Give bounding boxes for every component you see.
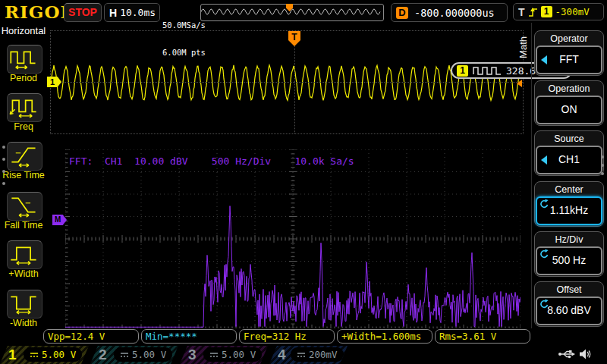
fft-trace <box>65 149 521 328</box>
trigger-label: T <box>518 6 525 18</box>
delay-box[interactable]: D -800.000000us <box>391 3 508 22</box>
sample-rate: 50.0MSa/s <box>162 20 206 30</box>
menu-item-offset[interactable]: Offset 8.60 dBV <box>534 281 604 327</box>
menu-dot <box>601 172 604 175</box>
channel-3-number: 3 <box>188 347 197 363</box>
delay-value: -800.000000us <box>414 7 495 19</box>
page-dot <box>2 170 5 173</box>
trigger-level-arrow[interactable] <box>517 80 522 87</box>
center-horizontal-gridline <box>51 82 523 83</box>
speaker-icon <box>579 348 591 360</box>
page-dot <box>2 182 5 185</box>
fall-time-label: Fall Time <box>0 220 47 231</box>
operator-value[interactable]: FFT <box>536 46 602 74</box>
operation-label: Operation <box>536 82 602 96</box>
freq-label: Freq <box>0 121 47 132</box>
page-dot <box>2 158 5 161</box>
time-domain-panel: T 1 328.601 Hz <box>50 30 524 134</box>
measure-freq: Freq=312 Hz <box>239 329 335 344</box>
channel-1-status[interactable]: 1 5.00 V <box>0 346 89 364</box>
channel-2-scale: 5.00 V <box>132 349 166 360</box>
counter-channel-badge: 1 <box>457 65 468 77</box>
pos-width-button[interactable] <box>7 240 42 269</box>
delay-badge: D <box>396 7 408 19</box>
neg-width-label: -Width <box>0 318 47 328</box>
freq-icon <box>8 94 40 120</box>
channel-2-number: 2 <box>99 347 107 363</box>
offset-value-text: 8.60 dBV <box>547 304 591 316</box>
usb-icon <box>558 349 576 359</box>
fall-time-button[interactable] <box>7 192 42 221</box>
neg-width-button[interactable] <box>7 290 42 318</box>
pos-width-label: +Width <box>0 268 47 279</box>
trigger-edge-icon <box>528 6 538 18</box>
menu-item-source[interactable]: Source CH1 <box>534 130 604 176</box>
measure-pwidth: +Width=1.600ms <box>337 329 432 344</box>
timebase-label: H <box>109 7 117 19</box>
left-arrow-icon <box>541 55 547 64</box>
operator-value-text: FFT <box>559 53 579 65</box>
channel-3-status[interactable]: 3 5.00 V <box>180 346 268 364</box>
oscilloscope-screen: RIGOL STOP H 10.0ms 50.0MSa/s 6.00M pts … <box>0 0 607 364</box>
channel-2-status[interactable]: 2 5.00 V <box>90 346 178 364</box>
trigger-box[interactable]: T 1 -300mV <box>513 3 604 20</box>
period-button[interactable] <box>7 45 42 74</box>
channel-4-number: 4 <box>278 347 286 363</box>
left-menu-title: Horizontal <box>0 25 47 36</box>
pos-width-icon <box>8 241 40 267</box>
channel-4-scale: 200mV <box>309 349 338 360</box>
fall-time-icon <box>8 193 40 218</box>
channel-1-scale: 5.00 V <box>42 349 76 360</box>
measure-min: Min=***** <box>141 329 237 344</box>
page-dot <box>2 146 5 149</box>
hzdiv-label: Hz/Div <box>536 233 602 246</box>
channel-4-status[interactable]: 4 200mV <box>269 346 348 364</box>
center-value-text: 1.11kHz <box>550 204 588 216</box>
run-stop-status[interactable]: STOP <box>64 3 102 22</box>
measure-vpp: Vpp=12.4 V <box>43 329 139 344</box>
period-label: Period <box>0 73 47 83</box>
channel-1-number: 1 <box>8 347 17 363</box>
coupling-icon <box>120 351 129 359</box>
source-label: Source <box>536 132 602 146</box>
coupling-icon <box>209 351 219 359</box>
source-value[interactable]: CH1 <box>536 146 602 174</box>
rotate-knob-icon <box>539 249 549 259</box>
coupling-icon <box>297 351 306 359</box>
rise-time-icon <box>8 143 40 168</box>
trigger-level-value: -300mV <box>555 6 590 17</box>
menu-item-hzdiv[interactable]: Hz/Div 500 Hz <box>534 231 604 277</box>
neg-width-icon <box>8 290 40 316</box>
menu-item-center[interactable]: Center 1.11kHz <box>534 181 604 227</box>
menu-dot <box>601 155 604 158</box>
operator-label: Operator <box>536 32 602 46</box>
left-arrow-icon <box>541 155 547 165</box>
offset-value[interactable]: 8.60 dBV <box>536 297 602 325</box>
waveform-preview-strip <box>200 4 384 21</box>
source-value-text: CH1 <box>558 153 580 165</box>
rotate-knob-icon <box>539 199 549 209</box>
menu-dot <box>601 164 604 167</box>
offset-label: Offset <box>536 283 602 297</box>
menu-divider <box>531 23 532 328</box>
period-icon <box>8 46 40 71</box>
trigger-source-badge: 1 <box>541 6 552 17</box>
timebase-box[interactable]: H 10.0ms <box>104 3 160 22</box>
freq-button[interactable] <box>7 93 42 122</box>
rotate-knob-icon <box>539 299 549 309</box>
coupling-icon <box>30 351 39 359</box>
rise-time-button[interactable] <box>7 142 42 171</box>
rise-time-label: Rise Time <box>0 170 47 180</box>
square-wave-icon <box>473 66 502 76</box>
channel-3-scale: 5.00 V <box>222 349 256 360</box>
menu-item-operation[interactable]: Operation ON <box>534 80 604 126</box>
operation-value-text: ON <box>561 103 577 115</box>
fft-header: FFT: CH1 10.00 dBV 500 Hz/Div 10.0k Sa/s <box>69 155 354 167</box>
center-value[interactable]: 1.11kHz <box>536 196 602 225</box>
hzdiv-value[interactable]: 500 Hz <box>536 246 602 275</box>
menu-item-operator[interactable]: Operator FFT <box>534 30 604 76</box>
center-label: Center <box>536 183 602 196</box>
operation-value[interactable]: ON <box>536 96 602 124</box>
timebase-value: 10.0ms <box>120 7 156 18</box>
math-tab-label: Math <box>517 36 529 58</box>
